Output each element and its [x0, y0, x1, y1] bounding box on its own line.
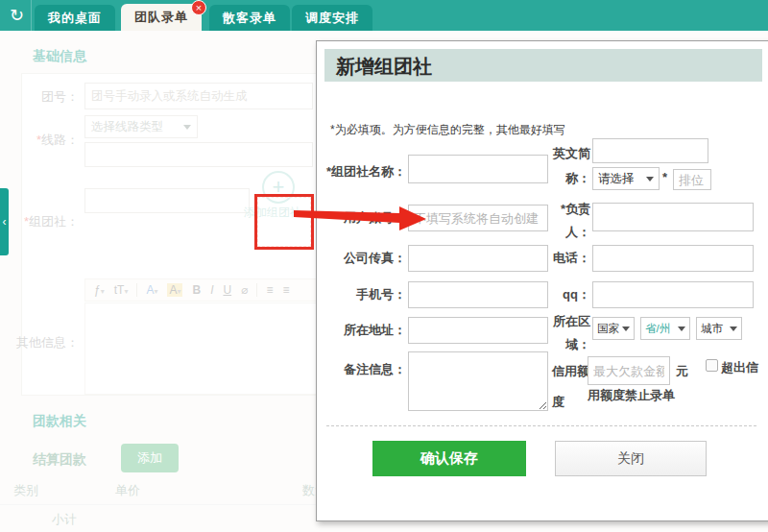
mobile-label: 手机号：	[317, 281, 406, 308]
chevron-down-icon	[622, 326, 630, 335]
en-short-input[interactable]	[592, 138, 708, 163]
manager-input[interactable]	[592, 203, 754, 231]
topbar-divider	[31, 0, 32, 31]
region-province-select[interactable]: 省/州	[640, 317, 690, 340]
address-label: 所在地址：	[317, 317, 406, 344]
region-province-value: 省/州	[645, 322, 670, 336]
overlimit-label-line1: 超出信	[721, 359, 763, 376]
close-tab-icon[interactable]: ×	[191, 0, 206, 15]
tab-my-desktop[interactable]: 我的桌面	[35, 5, 115, 31]
required-note: *为必填项。为方便信息的完整，其他最好填写	[330, 122, 565, 138]
agency-name-input[interactable]	[408, 155, 548, 183]
fax-label: 公司传真：	[317, 245, 406, 272]
phone-label: 电话：	[548, 245, 590, 272]
tab-team-order[interactable]: 团队录单	[121, 4, 202, 31]
credit-input[interactable]	[588, 356, 670, 385]
tab-fit-order[interactable]: 散客录单	[209, 5, 290, 31]
close-button[interactable]: 关闭	[555, 441, 707, 476]
region-country-value: 国家	[597, 322, 619, 336]
refresh-icon[interactable]: ↻	[5, 3, 29, 28]
region-city-select[interactable]: 城市	[696, 317, 742, 340]
modal-title: 新增组团社	[336, 54, 432, 80]
remark-label: 备注信息：	[317, 356, 406, 383]
phone-input[interactable]	[592, 245, 754, 272]
remark-textarea[interactable]	[408, 351, 548, 411]
region-label: 所在区域：	[548, 310, 590, 356]
add-agency-modal: 新增组团社 *为必填项。为方便信息的完整，其他最好填写 *组团社名称： 英文简称…	[316, 40, 768, 521]
agency-name-label: *组团社名称：	[317, 158, 406, 185]
chevron-down-icon	[646, 177, 654, 185]
en-short-label: 英文简称：	[548, 141, 590, 191]
top-tab-bar: ↻ 我的桌面 团队录单 散客录单 调度安排	[0, 0, 768, 31]
mobile-input[interactable]	[408, 281, 548, 308]
rank-input[interactable]	[673, 169, 711, 190]
modal-divider	[326, 425, 756, 426]
modal-header: 新增组团社	[324, 49, 762, 82]
region-city-value: 城市	[701, 322, 723, 336]
user-account-input[interactable]	[408, 205, 548, 231]
chevron-down-icon	[678, 326, 685, 335]
credit-label: 信用额度	[552, 356, 592, 418]
qq-input[interactable]	[592, 281, 754, 308]
en-short-select-value: 请选择	[598, 171, 635, 187]
qq-label: qq：	[548, 281, 590, 308]
overlimit-label-line2: 用额度禁止录单	[588, 387, 703, 404]
address-input[interactable]	[408, 317, 548, 344]
annotation-arrow	[294, 205, 426, 231]
rank-required-mark: *	[662, 170, 672, 184]
en-short-select[interactable]: 请选择	[592, 167, 660, 190]
sidebar-collapse-handle[interactable]: ‹	[0, 188, 9, 255]
confirm-save-button[interactable]: 确认保存	[372, 441, 526, 476]
overlimit-checkbox[interactable]	[706, 359, 718, 372]
chevron-down-icon	[730, 326, 737, 335]
fax-input[interactable]	[408, 245, 548, 272]
manager-label: *负责人：	[548, 198, 590, 244]
region-country-select[interactable]: 国家	[592, 317, 635, 340]
tab-dispatch[interactable]: 调度安排	[292, 5, 372, 31]
credit-unit-label: 元	[676, 363, 693, 380]
